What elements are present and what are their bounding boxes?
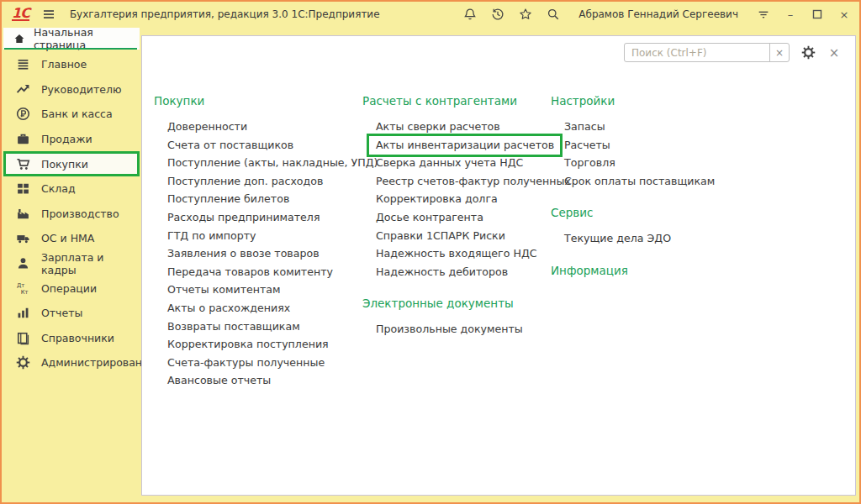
menu-link[interactable]: Акты о расхождениях: [154, 299, 378, 318]
favorites-star-icon[interactable]: [518, 7, 533, 22]
sidebar-item-label: Администрирование: [41, 356, 156, 369]
menu-section: Расчеты с контрагентамиАкты сверки расче…: [362, 92, 571, 281]
sidebar-item[interactable]: ОС и НМА: [3, 226, 140, 251]
svg-text:Дт: Дт: [17, 282, 24, 289]
tab-label: Начальная страница: [34, 26, 140, 51]
person-icon: [16, 256, 30, 270]
menu-link[interactable]: Поступление доп. расходов: [154, 172, 378, 191]
dtkt-icon: ДтКт: [16, 281, 30, 296]
menu-link[interactable]: Торговля: [551, 154, 715, 172]
sidebar-item[interactable]: Справочники: [3, 326, 140, 351]
history-icon[interactable]: [490, 7, 505, 22]
menu-section: ПокупкиДоверенностиСчета от поставщиковП…: [154, 92, 378, 390]
section-title: Сервис: [551, 203, 715, 222]
grid-icon: [16, 181, 30, 196]
sidebar-item[interactable]: Покупки: [3, 151, 140, 176]
search-clear-icon[interactable]: ×: [769, 44, 789, 61]
menu-link[interactable]: Акты инвентаризации расчетов: [362, 136, 571, 155]
menu-link[interactable]: Произвольные документы: [362, 320, 571, 339]
menu-link[interactable]: Передача товаров комитенту: [154, 263, 378, 281]
tab-home-page[interactable]: Начальная страница: [3, 28, 140, 50]
menu-section: НастройкиЗапасыРасчетыТорговляСрок оплат…: [551, 92, 715, 190]
1c-logo: 1С: [12, 8, 29, 21]
menu-link[interactable]: Корректировка поступления: [154, 335, 378, 354]
maximize-button[interactable]: [810, 7, 825, 22]
service-menu-icon[interactable]: [756, 7, 771, 22]
sidebar-item[interactable]: Главное: [3, 52, 140, 77]
menu-link[interactable]: Срок оплаты поставщикам: [551, 172, 715, 191]
global-search-icon[interactable]: [546, 7, 561, 22]
menu-link[interactable]: Доверенности: [154, 118, 378, 136]
sidebar-item[interactable]: Банк и касса: [3, 102, 140, 127]
menu-link[interactable]: Возвраты поставщикам: [154, 318, 378, 336]
sidebar-item[interactable]: Отчеты: [3, 301, 140, 326]
home-icon: [13, 33, 25, 45]
menu-link[interactable]: Надежность дебиторов: [362, 263, 571, 281]
barchart-icon: [16, 306, 30, 320]
sidebar-item[interactable]: Продажи: [3, 127, 140, 152]
menu-link[interactable]: Расходы предпринимателя: [154, 208, 378, 227]
close-window-button[interactable]: ×: [837, 8, 851, 21]
sidebar-item-label: Главное: [41, 58, 87, 71]
briefcase-icon: [16, 132, 30, 146]
section-panel: × × ПокупкиДоверенностиСчета от поставщи…: [141, 35, 856, 496]
sidebar-item[interactable]: Руководителю: [3, 77, 140, 102]
factory-icon: [16, 207, 30, 221]
menu-column: Расчеты с контрагентамиАкты сверки расче…: [362, 92, 571, 352]
hamburger-menu-icon[interactable]: [41, 7, 56, 22]
menu-link[interactable]: Досье контрагента: [362, 208, 571, 227]
sidebar-item-label: ОС и НМА: [41, 232, 94, 244]
menu-link[interactable]: Корректировка долга: [362, 190, 571, 208]
svg-text:Кт: Кт: [21, 289, 29, 296]
menu-link[interactable]: Счета-фактуры полученные: [154, 354, 378, 372]
menu-link[interactable]: Запасы: [551, 118, 715, 136]
menu-link[interactable]: Реестр счетов-фактур полученных: [362, 172, 571, 191]
section-title: Информация: [551, 261, 715, 280]
menu-link[interactable]: Справки 1СПАРК Риски: [362, 227, 571, 245]
notifications-bell-icon[interactable]: [462, 7, 478, 22]
sidebar-item[interactable]: ДтКтОперации: [3, 276, 140, 301]
app-window: 1С Бухгалтерия предприятия, редакция 3.0…: [0, 0, 861, 504]
menu-section: Электронные документыПроизвольные докуме…: [362, 294, 571, 339]
search-box: ×: [624, 43, 790, 62]
books-icon: [16, 331, 30, 345]
current-user-name[interactable]: Абрамов Геннадий Сергеевич: [578, 8, 738, 20]
menu-link[interactable]: Счета от поставщиков: [154, 136, 378, 155]
cart-icon: [16, 157, 30, 171]
menu-section: Информация: [551, 261, 715, 280]
sidebar-item[interactable]: Производство: [3, 202, 140, 227]
menu-link[interactable]: Расчеты: [551, 136, 715, 155]
menu-column: ПокупкиДоверенностиСчета от поставщиковП…: [154, 92, 378, 403]
section-title: Расчеты с контрагентами: [362, 92, 571, 110]
section-title: Электронные документы: [362, 294, 571, 312]
menu-link[interactable]: ГТД по импорту: [154, 227, 378, 245]
menu-link[interactable]: Авансовые отчеты: [154, 371, 378, 390]
section-title: Настройки: [551, 92, 715, 110]
sidebar-item-label: Банк и касса: [41, 108, 113, 120]
sidebar-item-label: Покупки: [41, 158, 88, 171]
menu-link[interactable]: Заявления о ввозе товаров: [154, 244, 378, 263]
menu-link[interactable]: Текущие дела ЭДО: [551, 229, 715, 248]
sidebar-item[interactable]: Администрирование: [3, 350, 140, 375]
panel-settings-gear-icon[interactable]: [800, 45, 816, 60]
trend-icon: [16, 82, 30, 97]
menu-column: НастройкиЗапасыРасчетыТорговляСрок оплат…: [551, 92, 715, 293]
menu-link[interactable]: Отчеты комитентам: [154, 281, 378, 299]
sidebar-item[interactable]: Склад: [3, 176, 140, 202]
panel-close-icon[interactable]: ×: [827, 45, 842, 60]
sidebar-item-label: Производство: [41, 207, 119, 220]
sidebar: ГлавноеРуководителюБанк и кассаПродажиПо…: [3, 50, 140, 496]
sidebar-item-label: Склад: [41, 182, 76, 195]
search-input[interactable]: [625, 44, 769, 61]
menu-link[interactable]: Надежность входящего НДС: [362, 244, 571, 263]
menu-link[interactable]: Поступление билетов: [154, 190, 378, 208]
title-bar: 1С Бухгалтерия предприятия, редакция 3.0…: [2, 2, 859, 27]
minimize-button[interactable]: –: [784, 8, 797, 21]
gear-icon: [16, 355, 30, 370]
list-lines-icon: [16, 57, 30, 71]
sidebar-item[interactable]: Зарплата и кадры: [3, 251, 140, 276]
section-title: Покупки: [154, 92, 378, 110]
sidebar-item-label: Продажи: [41, 133, 92, 145]
sidebar-item-label: Справочники: [41, 332, 114, 344]
menu-link[interactable]: Поступление (акты, накладные, УПД): [154, 154, 378, 172]
